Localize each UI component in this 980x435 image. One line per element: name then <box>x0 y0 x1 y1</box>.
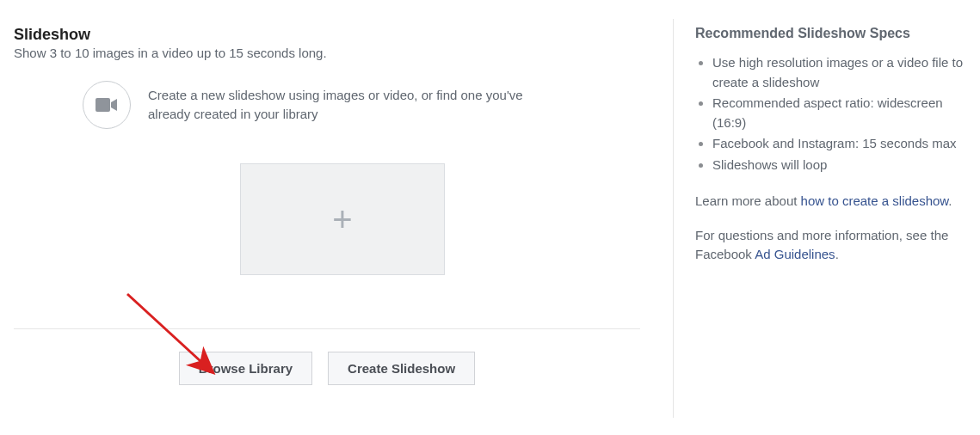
main-panel: Slideshow Show 3 to 10 images in a video… <box>0 0 671 435</box>
svg-rect-0 <box>96 98 110 112</box>
questions-suffix: . <box>835 247 839 261</box>
learn-more-block: Learn more about how to create a slidesh… <box>695 192 971 211</box>
learn-prefix: Learn more about <box>695 193 801 208</box>
questions-block: For questions and more information, see … <box>695 226 971 264</box>
specs-title: Recommended Slideshow Specs <box>695 26 971 41</box>
add-media-placeholder[interactable]: + <box>240 163 445 275</box>
specs-item: Recommended aspect ratio: widescreen (16… <box>712 94 971 132</box>
learn-more-link[interactable]: how to create a slideshow <box>801 193 949 208</box>
browse-library-button[interactable]: Browse Library <box>179 352 312 385</box>
ad-guidelines-link[interactable]: Ad Guidelines <box>755 247 835 261</box>
specs-item: Facebook and Instagram: 15 seconds max <box>712 134 971 154</box>
page-title: Slideshow <box>14 26 671 44</box>
specs-panel: Recommended Slideshow Specs Use high res… <box>671 0 980 435</box>
tip-text: Create a new slideshow using images or v… <box>148 86 544 124</box>
video-camera-icon <box>83 81 131 129</box>
specs-item: Use high resolution images or a video fi… <box>712 53 971 92</box>
page-subtitle: Show 3 to 10 images in a video up to 15 … <box>14 46 671 60</box>
specs-list: Use high resolution images or a video fi… <box>695 53 971 175</box>
plus-icon: + <box>332 202 352 236</box>
tip-row: Create a new slideshow using images or v… <box>83 81 671 129</box>
specs-item: Slideshows will loop <box>712 156 971 175</box>
create-slideshow-button[interactable]: Create Slideshow <box>328 352 475 385</box>
learn-suffix: . <box>948 193 952 208</box>
divider-vertical <box>673 19 674 418</box>
button-row: Browse Library Create Slideshow <box>14 329 640 385</box>
